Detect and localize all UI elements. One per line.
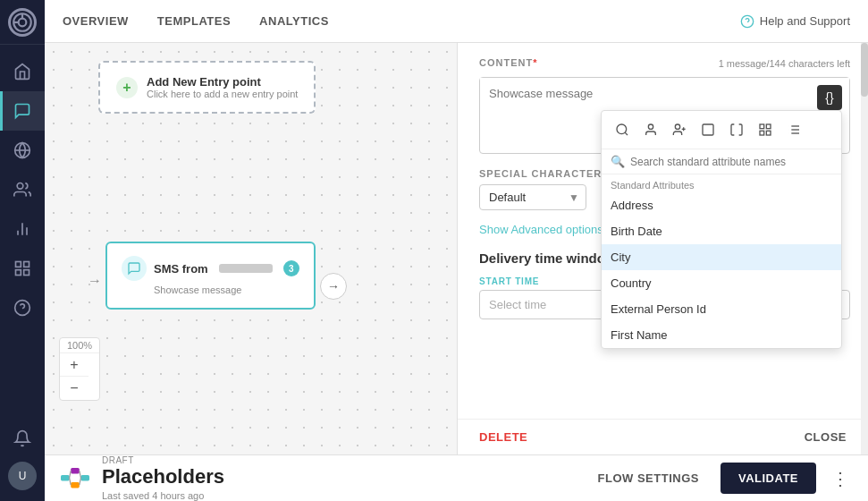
- svg-line-41: [80, 471, 81, 478]
- topnav-help[interactable]: Help and Support: [740, 14, 850, 29]
- sms-icon: [122, 256, 147, 281]
- sidebar-item-channels[interactable]: [0, 91, 45, 131]
- add-node-subtitle: Click here to add a new entry point: [147, 89, 298, 99]
- sidebar-item-bell[interactable]: [0, 419, 45, 458]
- flow-settings-button[interactable]: FLOW SETTINGS: [587, 464, 710, 492]
- question-icon: [13, 299, 31, 317]
- saved-label: Last saved 4 hours ago: [102, 490, 224, 501]
- content-area: + Add New Entry point Click here to add …: [45, 43, 868, 454]
- canvas: + Add New Entry point Click here to add …: [45, 43, 457, 454]
- svg-rect-28: [766, 131, 771, 135]
- close-button[interactable]: CLOSE: [805, 430, 847, 444]
- panel-footer: DELETE CLOSE: [458, 419, 868, 454]
- flow-title: Placeholders: [102, 465, 224, 488]
- picker-person-icon-btn[interactable]: [639, 118, 662, 141]
- attr-item-address[interactable]: Address: [602, 192, 841, 218]
- sms-node-message: Showcase message: [122, 284, 299, 295]
- svg-point-1: [19, 18, 27, 26]
- main: OVERVIEW TEMPLATES ANALYTICS Help and Su…: [45, 0, 868, 501]
- sms-node[interactable]: SMS from 3 Showcase message: [105, 242, 316, 310]
- analytics-icon: [13, 220, 31, 238]
- topnav-analytics[interactable]: ANALYTICS: [259, 11, 329, 31]
- char-counter: 1 message/144 characters left: [719, 58, 850, 69]
- attr-item-externalid[interactable]: External Person Id: [602, 296, 841, 322]
- sidebar-item-home[interactable]: [0, 52, 45, 91]
- content-header-row: CONTENT* 1 message/144 characters left: [479, 57, 850, 73]
- braces-button[interactable]: {}: [817, 85, 842, 110]
- svg-rect-11: [24, 262, 29, 267]
- sms-node-header: SMS from 3: [122, 256, 299, 281]
- sidebar-item-globe[interactable]: [0, 131, 45, 170]
- content-textarea-wrapper: {}: [479, 77, 850, 154]
- zoom-in-button[interactable]: +: [60, 353, 88, 377]
- svg-rect-24: [703, 124, 713, 135]
- svg-rect-35: [61, 475, 70, 480]
- attr-picker-icon-row: [602, 111, 841, 149]
- add-entry-point-node[interactable]: + Add New Entry point Click here to add …: [98, 61, 316, 114]
- sidebar-item-users[interactable]: [0, 170, 45, 209]
- attr-search-icon: 🔍: [611, 155, 625, 168]
- person-plus-icon: [672, 123, 687, 137]
- sms-node-prefix: SMS from: [154, 262, 208, 276]
- users-icon: [13, 181, 31, 199]
- svg-rect-36: [71, 468, 80, 473]
- picker-list-icon-btn[interactable]: [782, 118, 805, 141]
- bottom-bar-right: FLOW SETTINGS VALIDATE ⋮: [587, 463, 854, 494]
- validate-button[interactable]: VALIDATE: [721, 463, 816, 494]
- topnav-templates[interactable]: TEMPLATES: [157, 11, 231, 31]
- flow-icon: [59, 463, 91, 495]
- attr-search-input[interactable]: [630, 156, 832, 168]
- attr-item-birthdate[interactable]: Birth Date: [602, 218, 841, 244]
- svg-rect-26: [766, 124, 771, 129]
- flow-diagram-icon: [61, 466, 89, 491]
- svg-rect-12: [16, 270, 21, 276]
- help-label: Help and Support: [760, 14, 850, 28]
- svg-point-20: [648, 124, 653, 129]
- zoom-level: 100%: [60, 338, 99, 353]
- avatar[interactable]: U: [8, 462, 37, 490]
- attr-list: Address Birth Date City Country External…: [602, 192, 841, 348]
- globe-icon: [13, 141, 31, 159]
- picker-grid-icon-btn[interactable]: [754, 118, 777, 141]
- topnav-overview[interactable]: OVERVIEW: [63, 11, 129, 31]
- sidebar: U: [0, 0, 45, 501]
- sidebar-nav: [0, 45, 45, 419]
- picker-grid-icon: [758, 123, 772, 137]
- attr-item-city[interactable]: City: [602, 244, 841, 270]
- svg-point-21: [675, 124, 679, 129]
- special-chars-select[interactable]: Default GSM Unicode: [479, 184, 586, 210]
- svg-line-39: [70, 471, 72, 478]
- sidebar-bottom: U: [0, 419, 45, 501]
- svg-rect-27: [760, 131, 764, 135]
- picker-person-plus-icon-btn[interactable]: [668, 118, 691, 141]
- svg-rect-25: [760, 124, 764, 129]
- flow-info: DRAFT Placeholders Last saved 4 hours ag…: [102, 455, 224, 501]
- panel-scrollbar[interactable]: [861, 43, 868, 454]
- channels-icon: [13, 102, 31, 120]
- svg-rect-10: [16, 262, 21, 267]
- right-panel: CONTENT* 1 message/144 characters left {…: [457, 43, 868, 454]
- sms-badge: 3: [283, 260, 299, 276]
- zoom-out-button[interactable]: −: [60, 377, 88, 400]
- more-button[interactable]: ⋮: [827, 465, 854, 492]
- svg-rect-38: [80, 475, 89, 480]
- draft-label: DRAFT: [102, 455, 224, 465]
- attr-item-firstname[interactable]: First Name: [602, 322, 841, 348]
- picker-search-icon-btn[interactable]: [611, 118, 634, 141]
- attr-item-country[interactable]: Country: [602, 270, 841, 296]
- sidebar-item-grid[interactable]: [0, 249, 45, 288]
- sidebar-item-question[interactable]: [0, 288, 45, 327]
- attribute-picker: 🔍 Standard Attributes Address Birth Date…: [601, 110, 842, 349]
- sms-node-arrow[interactable]: →: [320, 273, 347, 300]
- topnav: OVERVIEW TEMPLATES ANALYTICS Help and Su…: [45, 0, 868, 43]
- picker-box-icon-btn[interactable]: [696, 118, 720, 141]
- svg-point-18: [617, 124, 627, 134]
- sidebar-item-analytics[interactable]: [0, 209, 45, 249]
- logo-icon: [8, 8, 37, 37]
- special-chars-select-wrapper: Default GSM Unicode ▼: [479, 184, 586, 210]
- svg-rect-37: [71, 482, 80, 488]
- delete-button[interactable]: DELETE: [479, 430, 527, 444]
- picker-bracket-icon-btn[interactable]: [725, 118, 748, 141]
- person-icon: [644, 123, 658, 137]
- grid-icon: [13, 259, 31, 277]
